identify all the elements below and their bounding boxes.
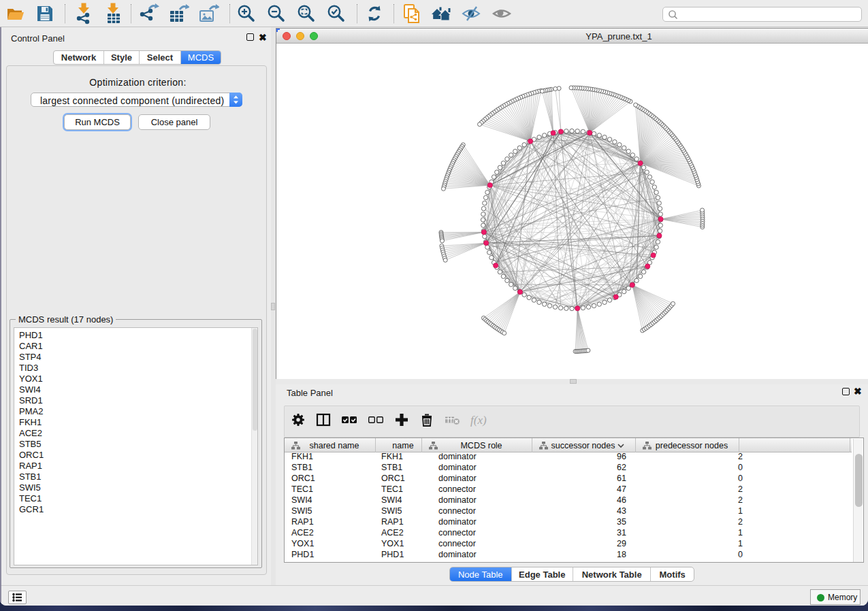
svg-text:f(x): f(x) (470, 414, 487, 427)
